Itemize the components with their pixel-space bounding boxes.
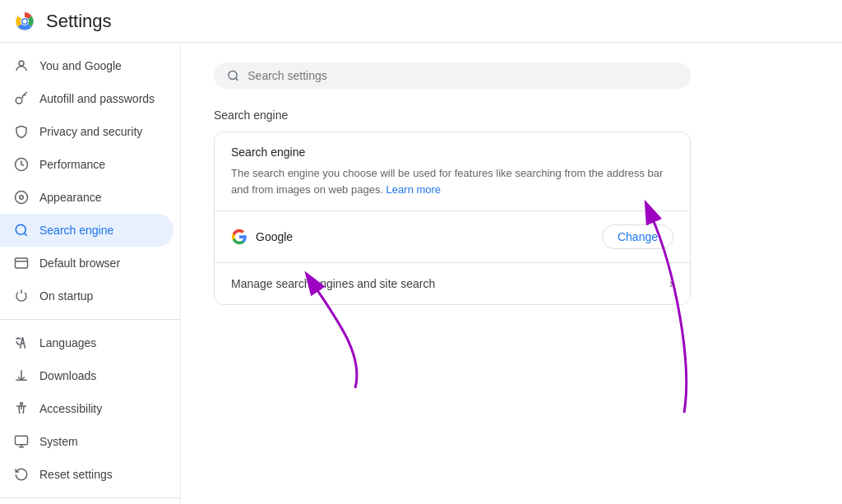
sidebar-item-privacy[interactable]: Privacy and security (0, 115, 173, 148)
sidebar-label: Appearance (39, 191, 102, 204)
page-title: Settings (46, 11, 112, 32)
power-icon (13, 288, 30, 304)
sidebar-label: You and Google (39, 59, 122, 72)
engine-left: Google (231, 229, 293, 245)
manage-text: Manage search engines and site search (231, 277, 435, 290)
content-wrapper: Search engine Search engine The search e… (181, 43, 842, 504)
sidebar-item-downloads[interactable]: Downloads (0, 359, 173, 392)
sidebar-item-you-and-google[interactable]: You and Google (0, 49, 173, 82)
card-header-row: Search engine The search engine you choo… (215, 132, 690, 210)
search-input[interactable] (248, 69, 678, 82)
sidebar-item-reset-settings[interactable]: Reset settings (0, 458, 173, 491)
sidebar-label: Accessibility (39, 402, 102, 415)
sidebar-label: Reset settings (39, 468, 113, 481)
svg-rect-12 (16, 436, 28, 445)
card-description: The search engine you choose will be use… (231, 165, 673, 197)
translate-icon (13, 335, 30, 351)
gauge-icon (13, 156, 30, 173)
sidebar-item-on-startup[interactable]: On startup (0, 280, 173, 312)
engine-name: Google (256, 230, 293, 243)
search-bar-icon (227, 69, 239, 82)
sidebar-item-performance[interactable]: Performance (0, 148, 173, 181)
sidebar-label: Privacy and security (39, 125, 142, 138)
chrome-logo-icon (13, 10, 36, 33)
svg-rect-9 (16, 258, 28, 268)
computer-icon (13, 433, 30, 450)
search-engine-card: Search engine The search engine you choo… (214, 132, 691, 305)
section-title: Search engine (214, 109, 809, 122)
sidebar-divider-2 (0, 497, 180, 498)
svg-point-5 (16, 98, 22, 104)
svg-point-6 (16, 192, 28, 204)
download-icon (13, 368, 30, 384)
card-description-text: The search engine you choose will be use… (231, 167, 663, 196)
search-bar-container (214, 62, 809, 89)
sidebar-item-system[interactable]: System (0, 425, 173, 458)
google-g-icon (231, 229, 248, 245)
sidebar-label: Default browser (39, 257, 120, 270)
sidebar-item-appearance[interactable]: Appearance (0, 181, 173, 214)
sidebar-label: Autofill and passwords (39, 92, 155, 105)
sidebar-label: Search engine (39, 224, 113, 237)
reset-icon (13, 466, 30, 483)
sidebar-label: Downloads (39, 369, 96, 382)
manage-row[interactable]: Manage search engines and site search › (215, 262, 690, 304)
sidebar-divider (0, 319, 180, 320)
palette-icon (13, 189, 30, 206)
card-header-title: Search engine (231, 146, 673, 159)
svg-point-4 (19, 61, 24, 66)
sidebar-item-search-engine[interactable]: Search engine (0, 214, 173, 247)
sidebar-label: Performance (39, 158, 105, 171)
key-icon (13, 90, 30, 107)
browser-icon (13, 255, 30, 271)
content-area: Search engine Search engine The search e… (181, 43, 842, 325)
search-icon (13, 222, 30, 238)
sidebar-label: On startup (39, 289, 93, 303)
sidebar: You and Google Autofill and passwords Pr… (0, 43, 181, 504)
sidebar-label: System (39, 435, 78, 448)
person-icon (13, 58, 30, 74)
learn-more-link[interactable]: Learn more (386, 183, 441, 196)
search-bar (214, 62, 691, 89)
svg-point-8 (16, 224, 25, 234)
app-header: Settings (0, 0, 842, 43)
sidebar-item-autofill[interactable]: Autofill and passwords (0, 82, 173, 115)
chevron-right-icon: › (669, 276, 673, 291)
sidebar-item-languages[interactable]: Languages (0, 326, 173, 359)
engine-row: Google Change (215, 210, 690, 262)
main-layout: You and Google Autofill and passwords Pr… (0, 43, 842, 504)
change-button[interactable]: Change (602, 224, 673, 249)
svg-point-16 (229, 71, 237, 79)
accessibility-icon (13, 400, 30, 417)
svg-point-11 (21, 403, 23, 405)
sidebar-item-accessibility[interactable]: Accessibility (0, 392, 173, 425)
sidebar-item-default-browser[interactable]: Default browser (0, 247, 173, 280)
sidebar-label: Languages (39, 336, 96, 349)
shield-icon (13, 123, 30, 140)
svg-point-3 (23, 19, 27, 23)
svg-point-7 (20, 196, 24, 200)
